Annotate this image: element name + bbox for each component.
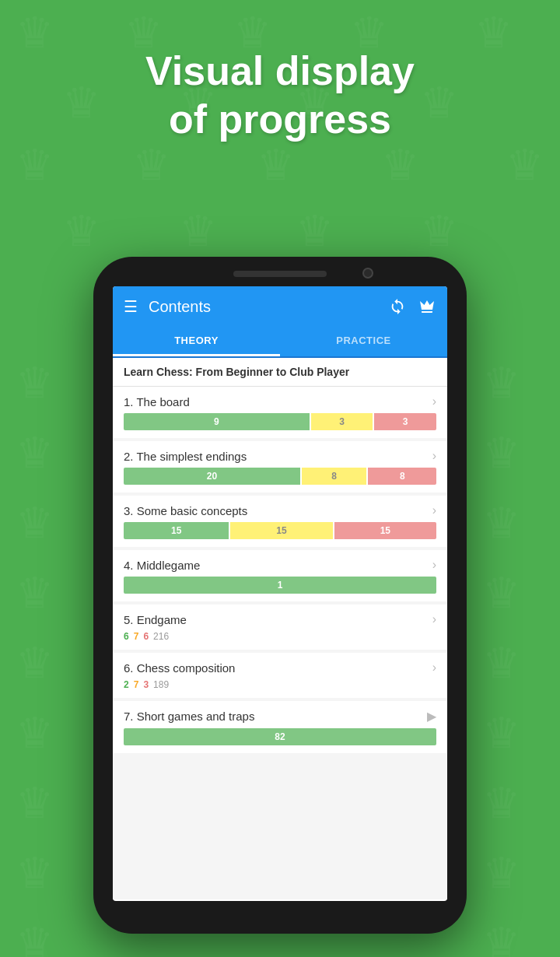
deco-crown: ♛ [16,428,54,478]
app-bar: ☰ Contents [113,286,447,327]
chapter-6-stats: 2 7 3 189 [124,679,436,690]
refresh-icon[interactable] [388,297,407,316]
deco-crown: ♛ [257,140,295,190]
chapter-4-name: 4. Middlegame [124,559,200,572]
deco-crown: ♛ [16,918,54,957]
chapter-5-name: 5. Endgame [124,613,187,626]
chapter-2-header: 2. The simplest endings › [124,449,436,463]
chapter-1-name: 1. The board [124,395,190,408]
chapter-6-stat-green: 2 [124,679,129,690]
deco-crown: ♛ [16,568,54,618]
chapter-2-green-bar: 20 [124,468,300,485]
phone-frame: ☰ Contents THEORY PRACTICE [93,257,467,934]
chapter-5-header: 5. Endgame › [124,612,436,626]
chapter-2-progress-bar: 20 8 8 [124,468,436,485]
tab-practice[interactable]: PRACTICE [280,327,447,356]
chapter-2-red-bar: 8 [368,468,436,485]
chapter-item-6[interactable]: 6. Chess composition › 2 7 3 189 [113,653,447,698]
chapter-5-stat-red: 6 [143,631,149,642]
deco-crown: ♛ [16,708,54,758]
chapter-3-progress-bar: 15 15 15 [124,522,436,539]
chapter-1-yellow-bar: 3 [311,413,373,430]
deco-crown: ♛ [482,498,520,548]
chapter-1-red-bar: 3 [374,413,436,430]
chapter-2-yellow-bar: 8 [302,468,367,485]
chapter-5-stat-yellow: 7 [134,631,139,642]
chapter-item-4[interactable]: 4. Middlegame › 1 [113,550,447,601]
chapter-2-chevron-icon: › [432,449,436,463]
app-bar-icons [388,297,436,316]
chapter-4-progress-bar: 1 [124,577,436,594]
chapter-3-chevron-icon: › [432,503,436,517]
deco-crown: ♛ [381,140,419,190]
phone-camera [362,268,373,279]
chapter-5-stat-gray: 216 [153,631,169,642]
chapter-1-progress-bar: 9 3 3 [124,413,436,430]
phone-screen: ☰ Contents THEORY PRACTICE [113,286,447,901]
deco-crown: ♛ [482,428,520,478]
chapter-6-name: 6. Chess composition [124,661,235,675]
chapter-6-stat-gray: 189 [153,679,169,690]
chapter-5-stat-green: 6 [124,631,129,642]
deco-crown: ♛ [16,358,54,408]
chapter-7-play-icon: ▶ [427,709,436,724]
chapter-7-name: 7. Short games and traps [124,710,254,723]
phone-speaker [233,271,327,277]
content-list: Learn Chess: From Beginner to Club Playe… [113,358,447,899]
chapter-5-stats: 6 7 6 216 [124,631,436,642]
chapter-item-5[interactable]: 5. Endgame › 6 7 6 216 [113,605,447,650]
chapter-1-chevron-icon: › [432,394,436,408]
chapter-3-green-bar: 15 [124,522,229,539]
deco-crown: ♛ [482,708,520,758]
chapter-4-chevron-icon: › [432,558,436,572]
header-text: Visual display of progress [0,47,560,144]
deco-crown: ♛ [179,206,217,256]
chapter-6-header: 6. Chess composition › [124,661,436,675]
deco-crown: ♛ [482,848,520,898]
chapter-item-1[interactable]: 1. The board › 9 3 3 [113,387,447,438]
chapter-7-green-bar: 82 [124,728,436,745]
deco-crown: ♛ [62,206,100,256]
chapter-5-chevron-icon: › [432,612,436,626]
chapter-3-header: 3. Some basic concepts › [124,503,436,517]
deco-crown: ♛ [482,778,520,828]
chapter-1-green-bar: 9 [124,413,310,430]
chapter-7-header: 7. Short games and traps ▶ [124,709,436,724]
deco-crown: ♛ [482,918,520,957]
chapter-4-green-bar: 1 [124,577,436,594]
header-line1: Visual display [0,47,560,95]
tabs-bar: THEORY PRACTICE [113,327,447,358]
deco-crown: ♛ [16,778,54,828]
deco-crown: ♛ [482,568,520,618]
chapter-6-stat-yellow: 7 [134,679,139,690]
chapter-3-red-bar: 15 [334,522,436,539]
chess-crown-icon[interactable] [418,297,436,316]
tab-theory[interactable]: THEORY [113,327,280,356]
chapter-6-stat-red: 3 [143,679,149,690]
chapter-7-progress-bar: 82 [124,728,436,745]
deco-crown: ♛ [506,140,544,190]
deco-crown: ♛ [16,848,54,898]
chapter-item-2[interactable]: 2. The simplest endings › 20 8 8 [113,441,447,493]
chapter-item-7[interactable]: 7. Short games and traps ▶ 82 [113,701,447,753]
chapter-6-chevron-icon: › [432,661,436,675]
chapter-2-name: 2. The simplest endings [124,450,247,463]
chapter-3-yellow-bar: 15 [230,522,332,539]
deco-crown: ♛ [482,358,520,408]
header-line2: of progress [0,95,560,143]
deco-crown: ♛ [482,638,520,688]
deco-crown: ♛ [296,206,334,256]
deco-crown: ♛ [16,140,54,190]
menu-icon[interactable]: ☰ [124,297,138,316]
book-title: Learn Chess: From Beginner to Club Playe… [113,358,447,387]
deco-crown: ♛ [420,206,458,256]
deco-crown: ♛ [16,498,54,548]
deco-crown: ♛ [132,140,170,190]
chapter-1-header: 1. The board › [124,394,436,408]
app-title: Contents [149,298,388,316]
chapter-3-name: 3. Some basic concepts [124,504,247,517]
chapter-4-header: 4. Middlegame › [124,558,436,572]
chapter-item-3[interactable]: 3. Some basic concepts › 15 15 15 [113,496,447,547]
deco-crown: ♛ [16,638,54,688]
